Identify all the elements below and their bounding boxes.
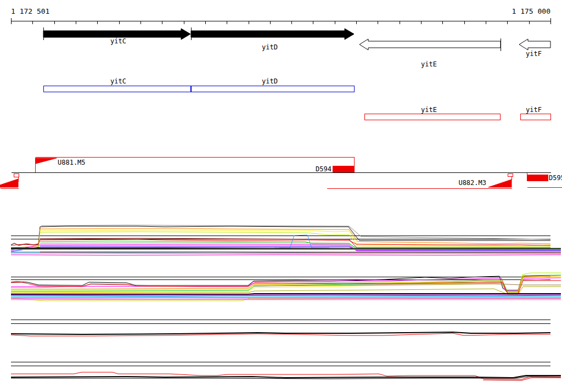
expression-track-2-series-17 <box>11 299 561 299</box>
gene-box-yitC[interactable] <box>44 86 191 92</box>
probe-u882m3-box[interactable] <box>508 174 513 177</box>
probe-d594-box[interactable] <box>333 166 355 172</box>
expression-track-2-series-10 <box>11 287 561 294</box>
expression-track-2-series-13 <box>11 295 561 296</box>
probe-d594-label: D594 <box>316 165 331 173</box>
expression-track-1-series-19 <box>11 253 561 254</box>
probe-u882m3-label: U882.M3 <box>458 179 486 187</box>
genome-browser-canvas: 1 172 501 1 175 000 yitCyitDyitEyitFyitC… <box>0 0 562 392</box>
gene-box-label-yitF: yitF <box>526 106 542 114</box>
probe-u882m3-wedge <box>488 180 512 187</box>
probe-d595-box[interactable] <box>527 175 548 181</box>
expression-track-1-series-14 <box>11 248 561 249</box>
gene-box-yitD[interactable] <box>192 86 355 92</box>
genome-view-scene: yitCyitDyitEyitFyitCyitDyitEyitFU881.M5D… <box>0 0 562 392</box>
expression-track-1-series-20 <box>11 255 561 255</box>
gene-box-label-yitE: yitE <box>421 106 437 114</box>
gene-arrow-label-yitE: yitE <box>421 60 437 68</box>
expression-track-1-series-1 <box>41 225 550 239</box>
gene-box-label-yitD: yitD <box>262 77 278 85</box>
gene-box-yitE[interactable] <box>365 114 501 120</box>
gene-arrow-label-yitD: yitD <box>262 43 278 51</box>
probe-left-partial-box[interactable] <box>14 174 19 177</box>
probe-u881m5-wedge <box>36 158 57 164</box>
gene-arrow-yitF[interactable] <box>519 39 550 50</box>
probe-u881m5-label: U881.M5 <box>58 159 86 166</box>
gene-box-yitF[interactable] <box>521 114 551 120</box>
gene-arrow-label-yitC: yitC <box>110 37 126 45</box>
probe-left-partial-wedge <box>0 179 18 187</box>
expression-track-2-series-11 <box>11 294 561 294</box>
expression-track-2-series-14 <box>11 296 561 297</box>
gene-arrow-label-yitF: yitF <box>526 50 542 58</box>
gene-arrow-yitE[interactable] <box>359 39 501 50</box>
probe-d595-label: D595 <box>549 174 562 182</box>
gene-box-label-yitC: yitC <box>110 77 126 85</box>
gene-arrow-yitD[interactable] <box>191 29 354 40</box>
